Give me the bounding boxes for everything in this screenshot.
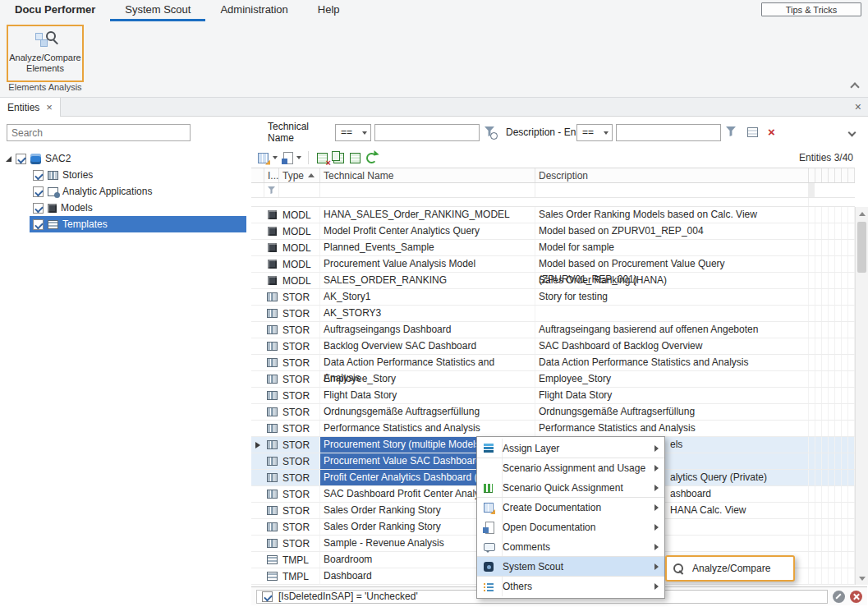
row-indicator-cell <box>251 371 264 387</box>
column-header-technical-name[interactable]: Technical Name <box>320 168 535 182</box>
table-row[interactable]: STOR AK_STORY3 <box>251 306 855 322</box>
table-row[interactable]: MODL Planned_Events_Sample Model for sam… <box>251 240 855 256</box>
tree-item[interactable]: Stories <box>0 167 246 183</box>
technical-name-cell[interactable]: Planned_Events_Sample <box>320 240 535 255</box>
filterbar: Technical Name == Description - En == <box>251 120 868 145</box>
scroll-down-icon[interactable] <box>856 572 868 585</box>
chevron-down-icon[interactable] <box>273 156 278 159</box>
table-row[interactable]: STOR Performance Statistics and Analysis… <box>251 421 855 437</box>
technical-name-cell[interactable]: Auftragseingangs Dashboard <box>320 322 535 338</box>
technical-name-cell[interactable]: AK_STORY3 <box>320 306 535 321</box>
tips-tricks-button[interactable]: Tips & Tricks <box>761 2 861 16</box>
vertical-scrollbar[interactable] <box>855 207 868 585</box>
scroll-up-icon[interactable] <box>856 207 868 220</box>
indicator-column-header <box>251 168 264 182</box>
chevron-down-icon[interactable] <box>296 156 301 159</box>
technical-name-operator-select[interactable]: == <box>335 124 371 141</box>
table-row[interactable]: STOR AK_Story1 Story for testing <box>251 289 855 306</box>
tree-item[interactable]: Models <box>0 200 246 216</box>
table-row[interactable]: MODL Procurement Value Analysis Model Mo… <box>251 256 855 273</box>
menu-docu-performer[interactable]: Docu Performer <box>0 0 110 21</box>
tab-close-icon[interactable] <box>46 101 53 113</box>
technical-name-filter-input[interactable] <box>374 124 480 141</box>
technical-name-cell[interactable]: Performance Statistics and Analysis <box>320 421 535 436</box>
context-menu-item[interactable]: Open Documentation <box>477 517 664 537</box>
table-row[interactable]: STOR Ordnungsgemäße Auftragserfüllung Or… <box>251 404 855 421</box>
ribbon-collapse-chevron-icon[interactable] <box>850 82 859 91</box>
filter-grid-icon[interactable] <box>747 127 758 137</box>
tree-item[interactable]: Templates <box>0 216 246 232</box>
export-table-icon[interactable] <box>348 151 362 165</box>
technical-name-cell[interactable]: HANA_SALES_Order_RANKING_MODEL <box>320 207 535 223</box>
checkbox[interactable] <box>33 219 44 230</box>
filter-checkbox[interactable] <box>262 591 273 602</box>
empty-columns-cell <box>809 371 855 387</box>
type-icon <box>267 457 278 466</box>
table-row[interactable]: STOR Employee_Story Employee_Story <box>251 371 855 388</box>
tree-item-icon <box>48 204 57 213</box>
description-operator-select[interactable]: == <box>576 124 613 141</box>
filterbar-chevron-down-icon[interactable] <box>848 129 857 137</box>
column-header-type[interactable]: Type <box>279 168 320 182</box>
table-row[interactable]: STOR Backlog Overview SAC Dashboard SAC … <box>251 338 855 355</box>
context-menu-item[interactable]: Scenario Assignment and Usage <box>477 458 664 478</box>
context-menu-item[interactable]: Create Documentation <box>477 498 664 517</box>
menu-help[interactable]: Help <box>303 0 355 21</box>
panel-close-icon[interactable] <box>855 100 861 113</box>
tree-expander-icon[interactable] <box>6 156 11 162</box>
export-copy-icon[interactable] <box>332 151 346 165</box>
tab-entities[interactable]: Entities <box>0 98 61 117</box>
context-menu-item[interactable]: Assign Layer <box>477 439 664 458</box>
type-icon <box>267 522 278 531</box>
type-icon <box>267 555 278 564</box>
scrollbar-thumb[interactable] <box>857 222 866 273</box>
table-row[interactable]: STOR Data Action Performance Statistics … <box>251 355 855 371</box>
tree-root-sac2[interactable]: SAC2 <box>0 150 246 167</box>
table-row[interactable]: MODL SALES_ORDER_RANKING Sales Order Ran… <box>251 273 855 289</box>
context-menu-item[interactable]: System Scout <box>477 557 664 577</box>
technical-name-cell[interactable]: Flight Data Story <box>320 388 535 403</box>
auto-filter-row[interactable] <box>251 183 855 198</box>
technical-name-cell[interactable]: SALES_ORDER_RANKING <box>320 273 535 288</box>
checkbox[interactable] <box>16 154 26 164</box>
refresh-icon[interactable] <box>365 151 379 165</box>
apply-filter-icon[interactable] <box>726 126 737 138</box>
edit-view-icon[interactable] <box>256 151 270 165</box>
save-layout-icon[interactable] <box>280 151 294 165</box>
row-indicator-cell <box>251 421 264 436</box>
technical-name-cell[interactable]: Model Profit Center Analytics Query <box>320 223 535 239</box>
row-indicator-cell <box>251 273 264 288</box>
menu-administration[interactable]: Administration <box>205 0 302 21</box>
technical-name-cell[interactable]: Employee_Story <box>320 371 535 387</box>
analyze-compare-elements-button[interactable]: Analyze/Compare Elements <box>7 25 84 82</box>
checkbox[interactable] <box>33 186 44 197</box>
technical-name-cell[interactable]: Backlog Overview SAC Dashboard <box>320 338 535 354</box>
checkbox[interactable] <box>33 203 44 214</box>
table-row[interactable]: MODL Model Profit Center Analytics Query… <box>251 223 855 240</box>
context-menu-item[interactable]: Others <box>477 577 664 596</box>
checkbox[interactable] <box>33 170 44 181</box>
technical-name-cell[interactable]: Ordnungsgemäße Auftragserfüllung <box>320 404 535 420</box>
search-input[interactable] <box>7 124 191 141</box>
context-menu-item-icon <box>482 560 495 573</box>
analyze-compare-menu-item[interactable]: Analyze/Compare <box>667 559 793 578</box>
close-filter-icon[interactable] <box>850 591 862 603</box>
description-filter-input[interactable] <box>616 124 721 141</box>
column-header-icon[interactable]: I... <box>264 168 279 182</box>
export-close-icon[interactable] <box>315 151 329 165</box>
technical-name-cell[interactable]: Procurement Value Analysis Model <box>320 256 535 272</box>
clear-filter-icon[interactable] <box>768 126 779 138</box>
edit-filter-icon[interactable] <box>833 591 845 603</box>
context-menu-item[interactable]: Comments <box>477 537 664 557</box>
technical-name-cell[interactable]: Data Action Performance Statistics and A… <box>320 355 535 370</box>
column-header-description[interactable]: Description <box>535 168 809 182</box>
context-menu-item[interactable]: Scenario Quick Assignment <box>477 478 664 498</box>
menu-system-scout[interactable]: System Scout <box>110 0 205 21</box>
filter-history-icon[interactable] <box>485 126 496 138</box>
technical-name-cell[interactable]: AK_Story1 <box>320 289 535 305</box>
table-row[interactable]: MODL HANA_SALES_Order_RANKING_MODEL Sale… <box>251 207 855 223</box>
table-row[interactable]: STOR Flight Data Story Flight Data Story <box>251 388 855 404</box>
table-row[interactable]: STOR Auftragseingangs Dashboard Auftrags… <box>251 322 855 338</box>
type-icon <box>268 243 277 252</box>
tree-item[interactable]: Analytic Applications <box>0 183 246 200</box>
